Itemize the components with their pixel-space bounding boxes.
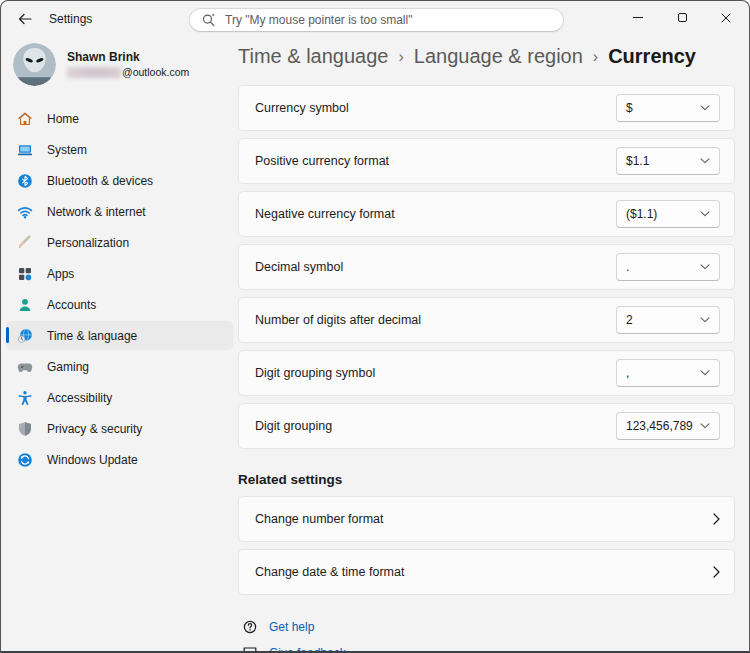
link-row-label: Change date & time format xyxy=(255,565,713,579)
sidebar-item-privacy-security[interactable]: Privacy & security xyxy=(6,414,233,443)
sidebar-item-label: Network & internet xyxy=(47,205,146,219)
close-icon xyxy=(721,13,731,23)
window-controls xyxy=(616,1,748,34)
sidebar-item-bluetooth-devices[interactable]: Bluetooth & devices xyxy=(6,166,233,195)
maximize-button[interactable] xyxy=(660,1,704,34)
profile-block[interactable]: Shawn Brink @outlook.com xyxy=(13,43,238,86)
sidebar-item-label: Apps xyxy=(47,267,74,281)
dropdown-decimal-symbol[interactable]: . xyxy=(616,253,720,281)
title-bar: Settings xyxy=(1,1,749,37)
dropdown-negative-currency-format[interactable]: ($1.1) xyxy=(616,200,720,228)
setting-row-decimal-symbol: Decimal symbol . xyxy=(238,244,735,290)
feedback-icon xyxy=(242,645,258,653)
dropdown-positive-currency-format[interactable]: $1.1 xyxy=(616,147,720,175)
dropdown-value: $ xyxy=(626,101,700,115)
footer-link-get-help[interactable]: Get help xyxy=(242,616,314,638)
breadcrumb-separator-icon: › xyxy=(593,47,598,66)
link-row-label: Change number format xyxy=(255,512,713,526)
dropdown-digit-grouping[interactable]: 123,456,789 xyxy=(616,412,720,440)
chevron-right-icon xyxy=(713,566,720,578)
sidebar-item-network-internet[interactable]: Network & internet xyxy=(6,197,233,226)
minimize-icon xyxy=(633,17,643,18)
setting-row-negative-currency-format: Negative currency format ($1.1) xyxy=(238,191,735,237)
sidebar-item-home[interactable]: Home xyxy=(6,104,233,133)
footer-link-label: Get help xyxy=(269,620,314,634)
chevron-right-icon xyxy=(713,513,720,525)
sidebar-item-accounts[interactable]: Accounts xyxy=(6,290,233,319)
home-icon xyxy=(17,111,33,127)
back-button[interactable] xyxy=(9,5,41,33)
setting-label: Currency symbol xyxy=(255,101,616,115)
setting-row-digit-grouping-symbol: Digit grouping symbol , xyxy=(238,350,735,396)
sidebar-item-time-language[interactable]: Time & language xyxy=(6,321,233,350)
sidebar-item-label: Time & language xyxy=(47,329,137,343)
search-input[interactable] xyxy=(225,13,552,27)
setting-row-currency-symbol: Currency symbol $ xyxy=(238,85,735,131)
dropdown-value: ($1.1) xyxy=(626,207,700,221)
related-settings-title: Related settings xyxy=(238,472,735,487)
currency-settings-list: Currency symbol $ Positive currency form… xyxy=(238,85,735,449)
sidebar-item-label: Gaming xyxy=(47,360,89,374)
sidebar-item-personalization[interactable]: Personalization xyxy=(6,228,233,257)
profile-email: @outlook.com xyxy=(67,65,189,79)
windows-update-icon xyxy=(17,452,33,468)
sidebar: Shawn Brink @outlook.com Home xyxy=(1,37,238,651)
breadcrumb-time-language[interactable]: Time & language xyxy=(238,45,388,68)
chevron-down-icon xyxy=(700,211,710,217)
back-arrow-icon xyxy=(18,13,32,25)
setting-label: Number of digits after decimal xyxy=(255,313,616,327)
footer-link-give-feedback[interactable]: Give feedback xyxy=(242,642,346,653)
personalization-icon xyxy=(17,235,33,251)
sidebar-item-label: Bluetooth & devices xyxy=(47,174,153,188)
chevron-down-icon xyxy=(700,423,710,429)
breadcrumb-separator-icon: › xyxy=(398,47,403,66)
sidebar-item-label: Personalization xyxy=(47,236,129,250)
setting-label: Negative currency format xyxy=(255,207,616,221)
minimize-button[interactable] xyxy=(616,1,660,34)
help-icon xyxy=(242,619,258,635)
dropdown-value: $1.1 xyxy=(626,154,700,168)
link-row-change-number-format[interactable]: Change number format xyxy=(238,496,735,542)
privacy-icon xyxy=(17,421,33,437)
sidebar-nav: Home System Bluetooth & devices xyxy=(1,104,238,474)
apps-icon xyxy=(17,266,33,282)
sidebar-item-apps[interactable]: Apps xyxy=(6,259,233,288)
email-domain: @outlook.com xyxy=(122,65,189,79)
sidebar-item-windows-update[interactable]: Windows Update xyxy=(6,445,233,474)
help-footer: Get help Give feedback xyxy=(238,616,735,653)
gaming-icon xyxy=(17,359,33,375)
dropdown-number-of-digits-after-decimal[interactable]: 2 xyxy=(616,306,720,334)
setting-label: Digit grouping xyxy=(255,419,616,433)
link-row-change-date-time-format[interactable]: Change date & time format xyxy=(238,549,735,595)
breadcrumb-language-region[interactable]: Language & region xyxy=(414,45,583,68)
chevron-down-icon xyxy=(700,317,710,323)
setting-row-number-of-digits-after-decimal: Number of digits after decimal 2 xyxy=(238,297,735,343)
sidebar-item-gaming[interactable]: Gaming xyxy=(6,352,233,381)
chevron-down-icon xyxy=(700,264,710,270)
sidebar-item-system[interactable]: System xyxy=(6,135,233,164)
setting-label: Digit grouping symbol xyxy=(255,366,616,380)
setting-row-digit-grouping: Digit grouping 123,456,789 xyxy=(238,403,735,449)
setting-label: Decimal symbol xyxy=(255,260,616,274)
setting-row-positive-currency-format: Positive currency format $1.1 xyxy=(238,138,735,184)
dropdown-value: , xyxy=(626,366,700,380)
search-box[interactable] xyxy=(189,8,564,32)
chevron-down-icon xyxy=(700,105,710,111)
close-button[interactable] xyxy=(704,1,748,34)
footer-link-label: Give feedback xyxy=(269,646,346,653)
dropdown-value: 2 xyxy=(626,313,700,327)
page-title: Currency xyxy=(608,45,696,68)
time-language-icon xyxy=(17,328,33,344)
email-redacted xyxy=(67,67,121,78)
sidebar-item-label: Home xyxy=(47,112,79,126)
dropdown-currency-symbol[interactable]: $ xyxy=(616,94,720,122)
sidebar-item-label: Accessibility xyxy=(47,391,112,405)
sidebar-item-accessibility[interactable]: Accessibility xyxy=(6,383,233,412)
settings-window: Settings Shawn Bri xyxy=(0,0,750,653)
dropdown-digit-grouping-symbol[interactable]: , xyxy=(616,359,720,387)
chevron-down-icon xyxy=(700,158,710,164)
related-settings-list: Change number format Change date & time … xyxy=(238,496,735,595)
breadcrumb: Time & language › Language & region › Cu… xyxy=(238,45,735,68)
sidebar-item-label: Accounts xyxy=(47,298,96,312)
sidebar-item-label: Windows Update xyxy=(47,453,138,467)
